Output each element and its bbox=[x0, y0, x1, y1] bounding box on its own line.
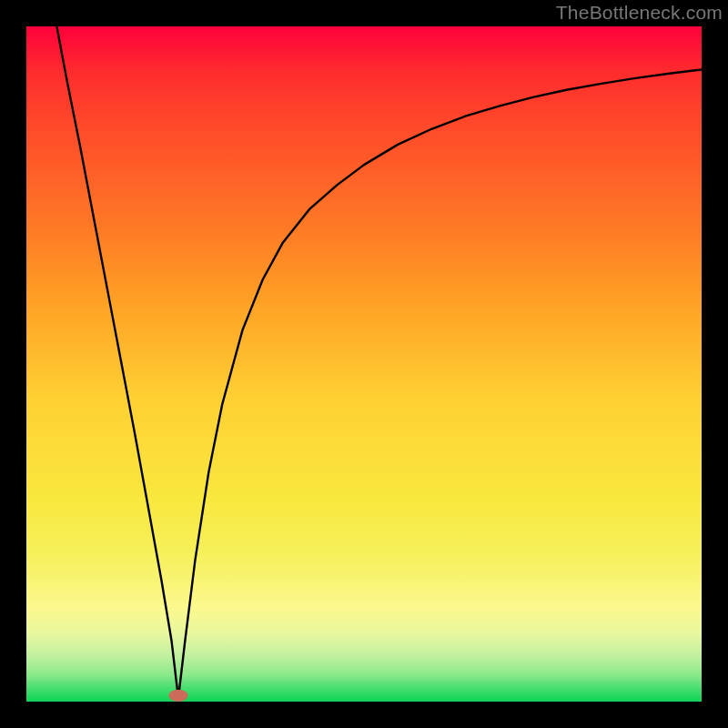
curve-left-branch bbox=[56, 26, 178, 698]
bottleneck-marker bbox=[169, 690, 188, 702]
curve-right-branch bbox=[178, 69, 702, 698]
plot-area bbox=[26, 26, 702, 702]
chart-frame: TheBottleneck.com bbox=[0, 0, 728, 728]
chart-svg bbox=[26, 26, 702, 702]
watermark-text: TheBottleneck.com bbox=[556, 2, 723, 24]
